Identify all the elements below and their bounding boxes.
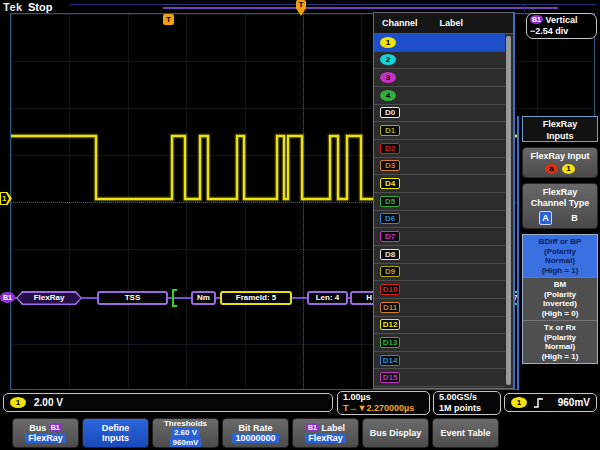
channel-row-3[interactable]: 3 [374,69,505,87]
menu-button-bus-display[interactable]: Bus Display [362,418,429,448]
channel-row-d0[interactable]: D0 [374,105,505,123]
channel-badge-d2: D2 [380,143,400,154]
channel-row-d7[interactable]: D7 [374,228,505,246]
menu-button-line: 2.60 V [153,428,218,438]
channel-badge-d8: D8 [380,249,400,260]
channel-badge-d11: D11 [380,302,400,313]
menu-button-line: Event Table [433,428,498,438]
record-view-end-tick [524,4,525,12]
flexray-inputs-menu-title: FlexRay Inputs [522,116,598,142]
bottom-menu-bar: Bus B1FlexRayDefineInputsThresholds2.60 … [12,418,499,448]
channel-row-d8[interactable]: D8 [374,246,505,264]
channel-badge-d6: D6 [380,213,400,224]
graticule-center-vertical [303,14,304,389]
bus-vertical-readout: B1 Vertical −2.54 div [526,13,597,39]
menu-title-line2: Inputs [523,130,597,142]
menu-button-line: FlexRay [293,433,358,443]
polarity-options-box: BDiff or BP(PolarityNormal)(High = 1)BM(… [522,234,598,364]
polarity-option-line: (High = 1) [523,352,597,362]
channel-row-d14[interactable]: D14 [374,352,505,370]
channel1-badge: 1 [10,397,26,408]
channel-badge-d9: D9 [380,266,400,277]
channel-badge-d1: D1 [380,125,400,136]
channel-row-2[interactable]: 2 [374,52,505,70]
channel-row-d10[interactable]: D10 [374,281,505,299]
delay-prefix-icon: T→▼ [343,403,366,413]
trigger-position-marker[interactable]: T [296,0,306,10]
channel-row-d15[interactable]: D15 [374,369,505,387]
polarity-option-bdiff-or-bp[interactable]: BDiff or BP(PolarityNormal)(High = 1) [523,235,597,278]
menu-button-b1-label[interactable]: B1 LabelFlexRay [292,418,359,448]
sample-rate-value: 5.00GS/s [439,392,477,403]
menu-button-bit-rate[interactable]: Bit Rate10000000 [222,418,289,448]
channel-badge-d5: D5 [380,196,400,207]
channel-row-d5[interactable]: D5 [374,193,505,211]
input-a-badge: a [545,164,558,174]
delay-value: 2.270000µs [366,403,414,413]
channel-row-d2[interactable]: D2 [374,140,505,158]
input-ch1-badge: 1 [562,164,575,174]
channel1-reference-marker[interactable]: 1 [0,192,12,205]
menu-button-line: Thresholds [153,419,218,429]
polarity-option-line: BM [523,280,597,290]
timebase-value: 1.00µs [343,392,371,403]
polarity-option-line: Normal) [523,256,597,266]
channel-type-option-a[interactable]: A [539,211,552,225]
channel1-marker-label: 1 [2,194,6,203]
trigger-position-arrow-icon [297,10,305,16]
channel-row-d9[interactable]: D9 [374,264,505,282]
menu-button-bus[interactable]: Bus B1FlexRay [12,418,79,448]
polarity-option-line: (Polarity [523,247,597,257]
channel-row-d4[interactable]: D4 [374,175,505,193]
menu-button-event-table[interactable]: Event Table [432,418,499,448]
polarity-option-tx-or-rx[interactable]: Tx or Rx(PolarityNormal)(High = 1) [523,321,597,363]
channel-row-d12[interactable]: D12 [374,317,505,335]
b1-badge: B1 [49,423,62,432]
menu-title-line1: FlexRay [523,118,597,130]
channel-badge-d7: D7 [380,231,400,242]
channel-row-d6[interactable]: D6 [374,211,505,229]
vertical-readout-label: Vertical [545,15,577,25]
channel-row-d3[interactable]: D3 [374,158,505,176]
channel-row-4[interactable]: 4 [374,87,505,105]
channel-row-d1[interactable]: D1 [374,122,505,140]
flexray-input-button[interactable]: FlexRay Input a 1 [522,147,598,178]
polarity-option-line: (Polarity [523,333,597,343]
acquisition-status: Stop [28,1,52,13]
b1-badge: B1 [306,423,319,432]
record-view-bus-line [163,7,558,9]
channel1-scale-readout: 1 2.00 V [3,393,333,412]
oscilloscope-screen: Tek Stop T 1 T B1 FlexRay TSSNmFrameId: … [0,0,600,450]
polarity-option-line: BDiff or BP [523,237,597,247]
menu-button-define-inputs[interactable]: DefineInputs [82,418,149,448]
channel-row-d13[interactable]: D13 [374,334,505,352]
channel-badge-d14: D14 [380,355,400,366]
channel-badge-3: 3 [380,72,396,83]
menu-button-thresholds[interactable]: Thresholds2.60 V960mV [152,418,219,448]
menu-button-line: FlexRay [13,433,78,443]
channel-badge-1: 1 [380,37,396,48]
polarity-option-line: Tx or Rx [523,323,597,333]
polarity-option-line: (High = 0) [523,309,597,319]
channel-badge-d4: D4 [380,178,400,189]
column-header-label: Label [440,18,464,28]
menu-button-line: Bus B1 [13,423,78,433]
channel-panel-scrollbar[interactable] [506,36,511,385]
channel-type-option-b[interactable]: B [568,212,581,224]
trigger-source-badge: 1 [511,397,527,408]
channel-label-panel: Channel Label 1234D0D1D2D3D4D5D6D7D8D9D1… [373,12,515,389]
flexray-channel-type-button[interactable]: FlexRay Channel Type A B [522,183,598,229]
menu-button-line: Inputs [83,433,148,443]
channel-badge-4: 4 [380,90,396,101]
rising-edge-icon [534,397,544,409]
polarity-option-bm[interactable]: BM(PolarityInverted)(High = 0) [523,278,597,321]
channel-badge-d12: D12 [380,319,400,330]
channel-row-d11[interactable]: D11 [374,299,505,317]
bus-b1-marker[interactable]: B1 [0,292,15,303]
acquisition-readout: 5.00GS/s 1M points [433,391,501,415]
trigger-t-flag[interactable]: T [163,14,174,25]
menu-button-line: Define [83,423,148,433]
menu-button-line: 960mV [153,438,218,448]
polarity-option-line: (Polarity [523,290,597,300]
channel-row-1[interactable]: 1 [374,34,505,52]
